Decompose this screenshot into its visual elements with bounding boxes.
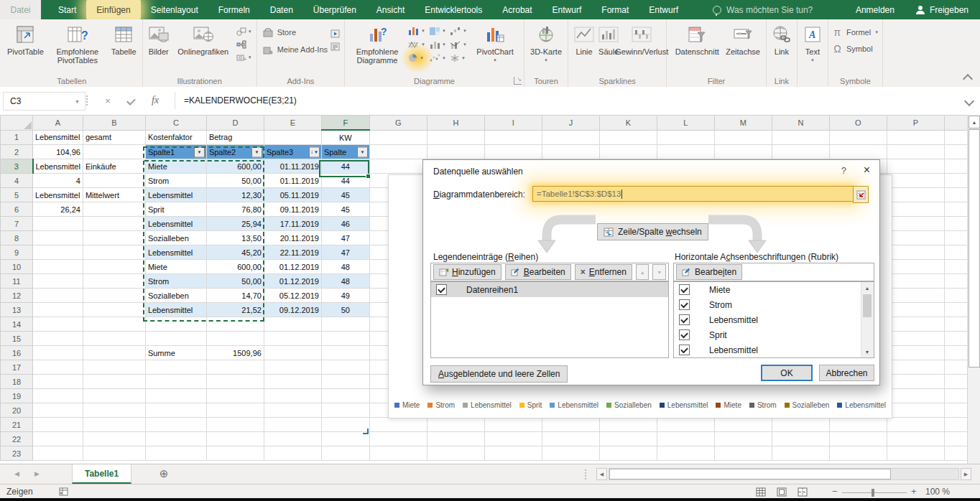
cell-D1[interactable]: Betrag <box>206 130 264 145</box>
cell-partial-18[interactable] <box>944 375 969 389</box>
column-header-L[interactable]: L <box>657 116 714 131</box>
column-header-B[interactable]: B <box>83 116 145 131</box>
empfohlene-diagramme-button[interactable]: ? Empfohlene Diagramme <box>348 22 406 66</box>
cell-partial-12[interactable] <box>944 289 969 303</box>
cell-D2[interactable]: Spalte2▼ <box>206 145 264 159</box>
cell-O2[interactable] <box>829 145 887 159</box>
empfohlene-pivottables-button[interactable]: ? Empfohlene PivotTables <box>46 22 109 66</box>
zoom-out-icon[interactable]: − <box>832 486 838 497</box>
cell-A13[interactable] <box>33 303 83 317</box>
cell-P16[interactable] <box>887 346 944 360</box>
cell-P8[interactable] <box>887 231 944 245</box>
cell-partial-6[interactable] <box>944 202 969 217</box>
ribbon-tab-überprüfen[interactable]: Überprüfen <box>303 0 366 19</box>
row-header-10[interactable]: 10 <box>1 260 33 274</box>
cell-partial-23[interactable] <box>944 446 969 461</box>
cell-partial-13[interactable] <box>944 303 969 317</box>
cell-C16[interactable]: Summe <box>145 346 206 360</box>
row-header-5[interactable]: 5 <box>1 188 33 202</box>
formula-input[interactable]: =KALENDERWOCHE(E3;21) <box>184 95 297 106</box>
cell-E7[interactable]: 17.11.2019 <box>264 217 321 231</box>
collapse-dialog-button[interactable] <box>853 186 869 203</box>
cell-partial-21[interactable] <box>944 418 969 432</box>
cell-F23[interactable] <box>321 446 369 461</box>
column-header-H[interactable]: H <box>427 116 484 131</box>
hierarchy-chart-button[interactable]: ▼ <box>428 25 448 36</box>
cell-N23[interactable] <box>772 446 829 461</box>
cell-E11[interactable]: 01.12.2019 <box>264 274 321 289</box>
cell-A19[interactable] <box>33 389 83 403</box>
enter-entry-button[interactable] <box>121 92 141 109</box>
cell-D8[interactable]: 13,50 <box>206 231 264 245</box>
cell-partial-2[interactable] <box>944 145 969 159</box>
column-header-E[interactable]: E <box>264 116 321 131</box>
chart-data-range-input[interactable]: =Tabelle1!$C$3:$D$13 <box>532 186 854 202</box>
cell-F8[interactable]: 47 <box>321 231 369 245</box>
cell-B8[interactable] <box>83 231 145 245</box>
cell-P21[interactable] <box>887 418 944 432</box>
cell-D10[interactable]: 600,00 <box>206 260 264 274</box>
cell-P22[interactable] <box>887 432 944 446</box>
row-header-23[interactable]: 23 <box>1 446 33 461</box>
row-header-3[interactable]: 3 <box>1 159 33 174</box>
cell-A22[interactable] <box>33 432 83 446</box>
row-header-4[interactable]: 4 <box>1 174 33 188</box>
cell-A12[interactable] <box>33 289 83 303</box>
list-item[interactable]: Strom <box>674 297 874 312</box>
sparkline-linie-button[interactable]: Linie <box>572 22 596 57</box>
cell-M21[interactable] <box>714 418 772 432</box>
cell-partial-5[interactable] <box>944 188 969 202</box>
cell-C6[interactable]: Sprit <box>145 202 206 217</box>
checkbox-checked-icon[interactable] <box>436 284 447 295</box>
insert-function-button[interactable]: fx <box>145 92 165 109</box>
row-header-7[interactable]: 7 <box>1 217 33 231</box>
link-button[interactable]: Link <box>770 22 793 57</box>
list-item[interactable]: Lebensmittel <box>674 342 874 357</box>
cell-B11[interactable] <box>83 274 145 289</box>
cell-F11[interactable]: 48 <box>321 274 369 289</box>
ok-button[interactable]: OK <box>761 365 813 381</box>
list-item[interactable]: Datenreihen1 <box>431 282 668 297</box>
row-header-19[interactable]: 19 <box>1 389 33 403</box>
help-icon[interactable]: ? <box>841 165 846 176</box>
cell-A16[interactable] <box>33 346 83 360</box>
column-header-F[interactable]: F <box>321 116 369 131</box>
cell-E16[interactable] <box>264 346 321 360</box>
axis-labels-list[interactable]: MieteStromLebensmittelSpritLebensmittel … <box>673 281 874 358</box>
cell-P6[interactable] <box>887 202 944 217</box>
cell-C12[interactable]: Sozialleben <box>145 289 206 303</box>
cell-P1[interactable] <box>887 130 944 145</box>
cell-partial-11[interactable] <box>944 274 969 289</box>
cell-B16[interactable] <box>83 346 145 360</box>
cell-F12[interactable]: 49 <box>321 289 369 303</box>
column-header-J[interactable]: J <box>542 116 599 131</box>
cell-F20[interactable] <box>321 403 369 418</box>
cell-D5[interactable]: 12,30 <box>206 188 264 202</box>
zoom-slider[interactable] <box>842 492 907 493</box>
row-header-15[interactable]: 15 <box>1 332 33 346</box>
formel-button[interactable]: π Formel ▼ <box>832 25 879 39</box>
row-header-13[interactable]: 13 <box>1 303 33 317</box>
sheet-nav-right-icon[interactable]: ▶ <box>34 470 40 477</box>
cell-partial-4[interactable] <box>944 174 969 188</box>
cell-O23[interactable] <box>829 446 887 461</box>
symbol-button[interactable]: Ω Symbol <box>832 42 879 55</box>
datenschnitt-button[interactable]: Datenschnitt <box>670 22 724 57</box>
bilder-button[interactable]: Bilder <box>147 22 171 57</box>
checkbox-checked-icon[interactable] <box>679 329 690 340</box>
cell-D13[interactable]: 21,52 <box>206 303 264 317</box>
cell-partial-10[interactable] <box>944 260 969 274</box>
cell-D18[interactable] <box>206 375 264 389</box>
cell-B13[interactable] <box>83 303 145 317</box>
radar-chart-button[interactable]: ▼ <box>449 52 468 63</box>
cell-P19[interactable] <box>887 389 944 403</box>
cell-F15[interactable] <box>321 332 369 346</box>
sign-in-button[interactable]: Anmelden <box>856 5 895 15</box>
cell-P17[interactable] <box>887 360 944 375</box>
cell-C18[interactable] <box>145 375 206 389</box>
cell-partial-17[interactable] <box>944 360 969 375</box>
sheet-tab-tabelle1[interactable]: Tabelle1 <box>72 464 131 484</box>
cell-partial-14[interactable] <box>944 317 969 332</box>
cell-B15[interactable] <box>83 332 145 346</box>
checkbox-checked-icon[interactable] <box>679 345 690 355</box>
